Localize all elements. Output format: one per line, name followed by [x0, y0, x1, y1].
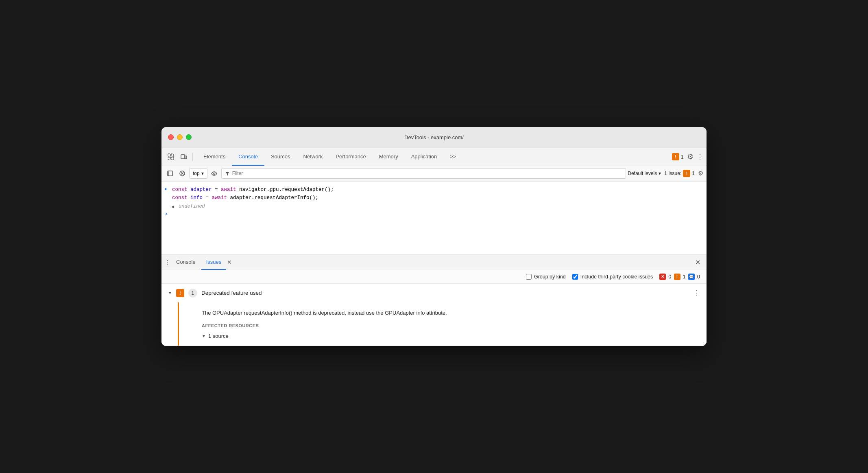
bottom-panel: ⋮ Console Issues ✕ ✕ Group by kind Inclu…: [161, 255, 707, 346]
source-toggle[interactable]: ▼ 1 source: [202, 333, 697, 339]
info-count: 0: [697, 274, 700, 280]
issue-title: Deprecated feature used: [201, 290, 262, 296]
minimize-button[interactable]: [177, 134, 183, 140]
info-count-badge: 💬: [688, 274, 695, 280]
issue-header[interactable]: ▼ ! 1 Deprecated feature used ⋮: [161, 284, 707, 302]
error-count: 0: [668, 274, 671, 280]
console-line-prompt[interactable]: >: [161, 211, 707, 219]
affected-resources-label: AFFECTED RESOURCES: [202, 323, 697, 328]
sidebar-toggle-btn[interactable]: [165, 168, 175, 179]
error-count-badge: ✕: [659, 274, 666, 280]
device-icon: [181, 153, 187, 160]
clear-console-btn[interactable]: [177, 168, 188, 179]
devtools-window: DevTools - example.com/: [161, 127, 707, 346]
issue-label: 1 Issue:: [664, 171, 681, 176]
result-arrow-icon: ◀: [171, 204, 176, 209]
clear-icon: [179, 171, 185, 176]
tab-sources[interactable]: Sources: [264, 148, 297, 166]
context-selector[interactable]: top ▾: [189, 168, 207, 179]
keyword-const-2: const: [172, 195, 190, 201]
svg-rect-5: [185, 156, 187, 159]
issue-group-deprecated: ▼ ! 1 Deprecated feature used ⋮ The GPUA…: [161, 284, 707, 346]
include-third-party-text: Include third-party cookie issues: [580, 274, 653, 280]
inspector-icon-btn[interactable]: [165, 151, 177, 163]
issue-detail: The GPUAdapter requestAdapterInfo() meth…: [178, 302, 707, 346]
issues-toolbar: Group by kind Include third-party cookie…: [161, 270, 707, 284]
device-toggle-btn[interactable]: [178, 151, 190, 163]
svg-marker-12: [225, 172, 229, 175]
svg-rect-2: [168, 157, 170, 160]
tab-performance[interactable]: Performance: [329, 148, 372, 166]
code-line-2: const info = await adapter.requestAdapte…: [172, 194, 334, 202]
filter-icon: [225, 171, 230, 176]
default-levels-label: Default levels: [628, 171, 657, 176]
tab-elements[interactable]: Elements: [197, 148, 232, 166]
toolbar-right: ! 1 ⚙ ⋮: [672, 152, 703, 161]
tab-memory[interactable]: Memory: [373, 148, 405, 166]
default-levels-selector[interactable]: Default levels ▾: [628, 171, 661, 176]
include-third-party-label[interactable]: Include third-party cookie issues: [572, 274, 653, 280]
svg-rect-0: [168, 154, 170, 156]
tab-application[interactable]: Application: [405, 148, 444, 166]
source-label: 1 source: [208, 333, 229, 339]
panel-tab-close-icon[interactable]: ✕: [225, 257, 233, 267]
console-toolbar-right: Default levels ▾ 1 Issue: ! 1 ⚙: [628, 170, 703, 177]
tab-console[interactable]: Console: [232, 148, 264, 166]
tab-network[interactable]: Network: [297, 148, 329, 166]
eye-icon: [211, 171, 217, 177]
console-output: ▶ const adapter = await navigator.gpu.re…: [161, 182, 707, 255]
maximize-button[interactable]: [186, 134, 192, 140]
prompt-arrow-icon: >: [165, 212, 168, 217]
panel-close-btn[interactable]: ✕: [692, 256, 703, 268]
more-options-btn[interactable]: ⋮: [697, 153, 703, 161]
tab-more[interactable]: >>: [443, 148, 462, 166]
eye-icon-btn[interactable]: [209, 168, 220, 179]
code-block: const adapter = await navigator.gpu.requ…: [172, 186, 334, 202]
console-line-input: ▶ const adapter = await navigator.gpu.re…: [161, 185, 707, 203]
group-by-kind-text: Group by kind: [534, 274, 566, 280]
collapse-arrow-icon: ▼: [168, 291, 172, 295]
panel-header: ⋮ Console Issues ✕ ✕: [161, 255, 707, 270]
warn-count-badge: !: [674, 274, 680, 280]
expand-arrow-icon[interactable]: ▶: [165, 186, 170, 191]
settings-btn[interactable]: ⚙: [687, 152, 694, 161]
top-toolbar: Elements Console Sources Network Perform…: [161, 148, 707, 166]
nav-tabs: Elements Console Sources Network Perform…: [197, 148, 462, 166]
filter-container: [221, 168, 626, 179]
svg-rect-1: [171, 154, 174, 156]
source-toggle-arrow-icon: ▼: [202, 334, 206, 338]
chevron-down-icon: ▾: [201, 171, 204, 176]
include-third-party-checkbox[interactable]: [572, 274, 578, 280]
result-value: undefined: [179, 204, 205, 209]
console-settings-btn[interactable]: ⚙: [698, 170, 703, 177]
panel-tab-issues[interactable]: Issues: [201, 254, 227, 270]
group-by-kind-checkbox[interactable]: [526, 274, 532, 280]
group-by-kind-label[interactable]: Group by kind: [526, 274, 566, 280]
console-toolbar: top ▾ Default levels ▾: [161, 166, 707, 182]
inspector-icon: [168, 153, 174, 160]
warn-count: 1: [683, 274, 686, 280]
context-value: top: [193, 171, 200, 176]
svg-rect-3: [171, 157, 174, 160]
issue-warn-badge: !: [683, 170, 690, 177]
issue-count-display: 1 Issue: ! 1: [664, 170, 695, 177]
code-line-1: const adapter = await navigator.gpu.requ…: [172, 186, 334, 194]
issue-more-btn[interactable]: ⋮: [694, 289, 700, 297]
close-button[interactable]: [168, 134, 174, 140]
toolbar-divider: [192, 153, 193, 161]
panel-tab-console[interactable]: Console: [171, 254, 201, 270]
warning-count: 1: [681, 154, 684, 160]
panel-more-btn[interactable]: ⋮: [165, 259, 170, 265]
keyword-const-1: const: [172, 187, 190, 193]
warn-icon: !: [672, 153, 679, 160]
var-adapter: adapter: [190, 187, 212, 193]
keyword-await-1: await: [221, 187, 239, 193]
keyword-await-2: await: [212, 195, 230, 201]
warning-badge-btn[interactable]: ! 1: [672, 153, 684, 160]
var-info: info: [190, 195, 203, 201]
traffic-lights: [168, 134, 192, 140]
console-line-result: ◀ undefined: [161, 203, 707, 211]
issues-counts: ✕ 0 ! 1 💬 0: [659, 274, 700, 280]
svg-rect-4: [181, 155, 185, 159]
filter-input[interactable]: [232, 171, 623, 176]
